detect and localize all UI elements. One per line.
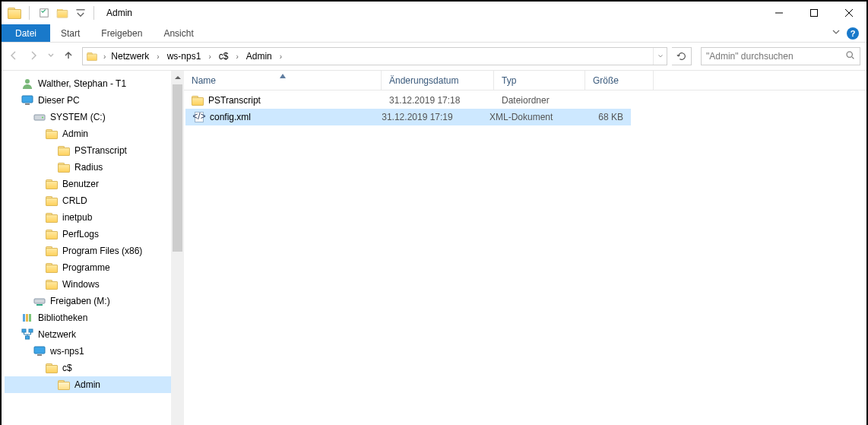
folder-icon [192,94,204,106]
search-box[interactable] [701,47,860,65]
tree-item[interactable]: Dieser PC [5,92,171,109]
properties-qat-icon[interactable] [36,5,52,21]
tree-item-label: inetpub [62,212,92,223]
tree-item-label: SYSTEM (C:) [50,112,106,122]
tree-item[interactable]: PSTranscript [5,142,171,159]
navigation-tree[interactable]: Walther, Stephan - T1Dieser PCSYSTEM (C:… [2,71,171,425]
folder-qat-icon[interactable] [54,5,71,21]
tree-item-label: Windows [62,279,100,290]
svg-rect-21 [37,354,42,356]
tree-item[interactable]: Radius [5,159,171,176]
close-button[interactable] [832,2,866,24]
file-date: 31.12.2019 17:19 [374,112,482,122]
tree-item[interactable]: Windows [5,276,171,293]
folder-icon [46,128,58,140]
address-bar[interactable]: › Netzwerk›ws-nps1›c$›Admin› [82,47,667,65]
folder-icon [46,362,58,374]
scroll-up-icon[interactable] [171,71,184,84]
breadcrumb-segment[interactable]: c$ [216,48,232,65]
svg-rect-0 [40,9,49,17]
file-list[interactable]: PSTranscript31.12.2019 17:18Dateiordner<… [184,90,866,425]
column-date-label: Änderungsdatum [389,75,458,86]
search-input[interactable] [706,51,855,62]
breadcrumb-segment[interactable]: Netzwerk [108,48,152,65]
file-type: XML-Dokument [482,112,569,122]
tree-item[interactable]: Programme [5,259,171,276]
nav-up-button[interactable] [62,49,74,64]
svg-point-6 [847,52,852,57]
qat-dropdown-icon[interactable] [72,5,89,21]
folder-icon [46,245,58,257]
title-bar: Admin [2,2,866,24]
folder-icon [46,278,58,290]
svg-rect-15 [26,314,28,322]
help-icon[interactable]: ? [847,27,859,40]
tree-item[interactable]: Freigaben (M:) [5,293,171,309]
breadcrumb-separator-icon: › [236,52,238,61]
nav-forward-button[interactable] [27,49,40,64]
separator [93,6,94,20]
folder-icon [58,161,70,173]
address-dropdown-icon[interactable] [653,48,667,65]
nav-recent-dropdown[interactable] [47,51,55,62]
minimize-button[interactable] [762,2,797,24]
ribbon-expand-icon[interactable] [832,27,841,39]
breadcrumb-separator-icon: › [280,52,282,61]
tree-item[interactable]: SYSTEM (C:) [5,109,171,125]
file-name: PSTranscript [208,95,261,106]
tree-item[interactable]: Admin [5,125,171,142]
column-name-label: Name [192,75,216,86]
breadcrumb-segment[interactable]: ws-nps1 [164,48,204,65]
folder-icon [46,262,58,274]
breadcrumb-segment[interactable]: Admin [243,48,275,65]
svg-line-7 [852,57,854,59]
tree-item[interactable]: inetpub [5,209,171,226]
file-row[interactable]: PSTranscript31.12.2019 17:18Dateiordner [184,92,866,109]
tree-item[interactable]: Program Files (x86) [5,243,171,259]
tree-item-label: Radius [74,162,103,173]
ribbon-tab-file[interactable]: Datei [2,24,50,42]
xml-file-icon: </> [193,111,205,123]
tree-item[interactable]: Netzwerk [5,326,171,343]
app-icon[interactable] [6,5,23,21]
maximize-button[interactable] [797,2,832,24]
ribbon-tab-share[interactable]: Freigeben [90,24,153,42]
tree-item-label: Benutzer [62,179,99,189]
tree-item-label: CRLD [62,195,87,206]
file-row[interactable]: </>config.xml31.12.2019 17:19XML-Dokumen… [185,109,631,125]
breadcrumb-separator-icon: › [208,52,211,61]
tree-item[interactable]: Walther, Stephan - T1 [5,75,171,92]
tree-item[interactable]: Benutzer [5,176,171,192]
column-type[interactable]: Typ [494,71,585,90]
tree-item-label: Program Files (x86) [62,246,142,256]
svg-rect-3 [811,10,818,17]
folder-open-icon [58,379,70,391]
tree-scrollbar[interactable] [171,71,184,425]
tree-item[interactable]: PerfLogs [5,226,171,243]
svg-rect-19 [26,336,30,339]
window-title: Admin [106,8,132,18]
tree-item[interactable]: CRLD [5,192,171,209]
scroll-thumb[interactable] [173,84,182,252]
tree-item[interactable]: c$ [5,360,171,376]
svg-rect-20 [34,347,45,354]
tree-item-label: PSTranscript [74,145,127,156]
tree-item-label: Walther, Stephan - T1 [38,78,126,89]
column-date[interactable]: Änderungsdatum [382,71,494,90]
folder-icon [58,144,70,157]
column-headers: Name Änderungsdatum Typ Größe [184,71,866,90]
ribbon-tab-view[interactable]: Ansicht [153,24,204,42]
file-date: 31.12.2019 17:18 [382,95,494,106]
column-size[interactable]: Größe [585,71,654,90]
tree-item[interactable]: ws-nps1 [5,343,171,360]
nav-back-button[interactable] [8,49,20,64]
refresh-button[interactable] [672,47,692,65]
column-name[interactable]: Name [184,71,382,90]
ribbon-tab-start[interactable]: Start [50,24,90,42]
file-name: config.xml [210,112,251,122]
tree-item[interactable]: Bibliotheken [5,309,171,326]
tree-item-label: Bibliotheken [38,312,87,323]
separator [29,6,30,20]
library-icon [21,312,33,324]
tree-item[interactable]: Admin [5,376,171,393]
